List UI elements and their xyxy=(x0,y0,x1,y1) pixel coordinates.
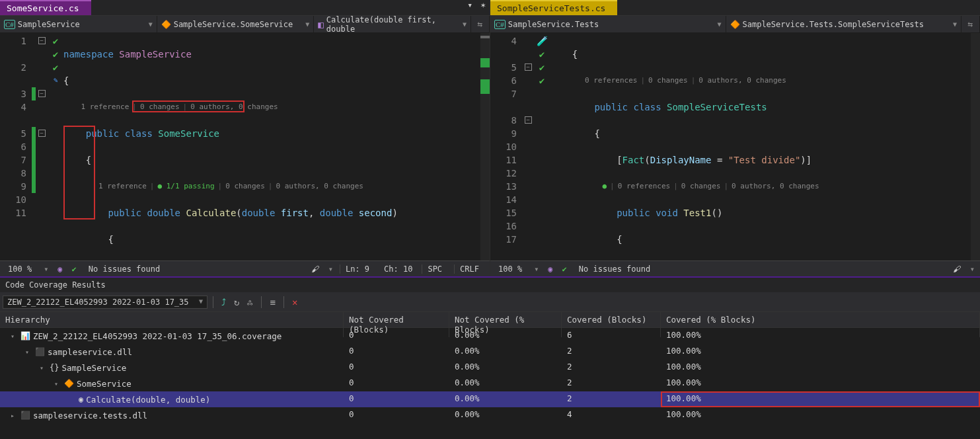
nav-type[interactable]: 🔶SampleService.Tests.SompleServiceTests▼ xyxy=(726,16,962,32)
node-label: SampleService xyxy=(61,363,126,373)
issues-status[interactable]: No issues found xyxy=(86,264,163,274)
node-icon: ⬛ xyxy=(35,347,45,356)
node-label: sampleservice.dll xyxy=(48,347,132,357)
brush-icon[interactable]: 🖌 xyxy=(309,264,322,274)
fold-toggle[interactable]: − xyxy=(525,63,532,71)
refresh-icon[interactable]: ↻ xyxy=(231,296,242,309)
fold-toggle[interactable]: − xyxy=(38,37,46,44)
coverage-row[interactable]: ▸⬛ sampleservice.tests.dll00.00%4100.00% xyxy=(0,407,980,423)
coverage-cell: 0.00% xyxy=(449,328,562,344)
fold-gutter: − − − xyxy=(36,33,48,260)
merge-icon[interactable]: ஃ xyxy=(245,295,256,309)
node-label: sampleservice.tests.dll xyxy=(33,411,147,420)
issues-status[interactable]: No issues found xyxy=(576,264,653,274)
expand-toggle[interactable]: ▾ xyxy=(25,348,32,356)
zoom-level[interactable]: 100 % xyxy=(5,264,34,274)
fold-toggle[interactable]: − xyxy=(525,116,532,124)
check-icon: ✔ xyxy=(534,48,550,61)
cursor-col[interactable]: Ch: 10 xyxy=(381,264,415,274)
swap-icon: ⇆ xyxy=(968,19,973,29)
ab-icon[interactable]: ◉ xyxy=(548,264,552,274)
node-label: Calculate(double, double) xyxy=(86,395,210,405)
coverage-cell: 100.00% xyxy=(661,328,980,344)
nav-member[interactable]: ◧Calculate(double first, double▼ xyxy=(314,16,471,32)
expand-toggle[interactable]: ▸ xyxy=(11,412,18,419)
nav-scope[interactable]: C#SampleService▼ xyxy=(0,16,157,32)
node-icon: 🔶 xyxy=(64,379,74,388)
gear-icon[interactable]: ✶ xyxy=(476,0,490,15)
brush-icon[interactable]: 🖌 xyxy=(950,264,963,274)
node-icon: ◉ xyxy=(79,395,83,404)
nav-type[interactable]: 🔶SampleService.SomeService▼ xyxy=(157,16,315,32)
coverage-cell: 0 xyxy=(344,376,449,391)
swap-icon: ⇆ xyxy=(478,19,483,29)
indent-mode[interactable]: SPC xyxy=(422,264,447,274)
pin-icon[interactable]: ▾ xyxy=(463,0,476,15)
coverage-cell: 0.00% xyxy=(449,360,562,376)
coverage-cell: 0.00% xyxy=(449,344,562,360)
coverage-cell: 6 xyxy=(562,328,661,344)
coverage-cell: 2 xyxy=(562,360,661,376)
class-icon: 🔶 xyxy=(730,20,740,29)
fold-toggle[interactable]: − xyxy=(38,130,46,137)
line-numbers: 1 2 34 567891011 xyxy=(0,33,32,260)
fold-gutter: − − xyxy=(522,33,534,260)
eol-mode[interactable]: CRLF xyxy=(454,264,484,274)
export-icon[interactable]: ⤴ xyxy=(219,296,229,309)
tab-someservice[interactable]: SomeService.cs xyxy=(0,0,91,15)
node-icon: ⬛ xyxy=(20,411,30,420)
swap-button[interactable]: ⇆ xyxy=(471,16,490,32)
coverage-cell: 0.00% xyxy=(449,407,562,423)
coverage-row[interactable]: ▾🔶 SomeService00.00%2100.00% xyxy=(0,376,980,391)
tab-bar-right: SompleServiceTests.cs xyxy=(490,0,980,16)
code-content[interactable]: { 0 references|0 changes|0 authors, 0 ch… xyxy=(550,33,971,260)
scroll-overview[interactable] xyxy=(971,33,980,260)
coverage-cell: 2 xyxy=(562,344,661,360)
chevron-down-icon[interactable]: ▾ xyxy=(41,264,51,274)
code-content[interactable]: namespace SampleService { 1 reference|0 … xyxy=(63,33,480,260)
coverage-row[interactable]: ◉ Calculate(double, double)00.00%2100.00… xyxy=(0,391,980,407)
coverage-cell: 4 xyxy=(562,407,661,423)
code-editor-left[interactable]: 1 2 34 567891011 − − − ✔ ✔ ✔ ✎ namespace… xyxy=(0,33,490,260)
node-icon: 📊 xyxy=(20,331,30,340)
check-icon: ✔ xyxy=(48,34,63,48)
status-bar-left: 100 % ▾ ◉ ✔ No issues found 🖌▾ Ln: 9 Ch:… xyxy=(0,260,490,276)
swap-button[interactable]: ⇆ xyxy=(961,16,980,32)
expand-toggle[interactable]: ▾ xyxy=(54,380,61,387)
chevron-down-icon: ▼ xyxy=(149,20,153,28)
chevron-down-icon: ▼ xyxy=(199,298,203,307)
zoom-level[interactable]: 100 % xyxy=(496,264,525,274)
line-numbers: 4 567 891011121314151617 xyxy=(490,33,522,260)
tab-tests[interactable]: SompleServiceTests.cs xyxy=(490,0,617,15)
scroll-overview[interactable] xyxy=(480,33,490,260)
coverage-grid[interactable]: Hierarchy Not Covered (Blocks) Not Cover… xyxy=(0,312,980,439)
csharp-icon: C# xyxy=(4,20,15,29)
coverage-cell: 100.00% xyxy=(661,391,980,407)
nav-scope[interactable]: C#SampleService.Tests▼ xyxy=(490,16,726,32)
coverage-row[interactable]: ▾{} SampleService00.00%2100.00% xyxy=(0,360,980,376)
check-icon: ✔ xyxy=(560,264,570,274)
node-icon: {} xyxy=(50,363,59,372)
chevron-down-icon[interactable]: ▾ xyxy=(531,264,541,274)
tab-label: SompleServiceTests.cs xyxy=(497,3,605,13)
chevron-down-icon: ▼ xyxy=(953,20,957,28)
coverage-row[interactable]: ▾📊 ZEW_2_22122_EL4052993 2022-01-03 17_3… xyxy=(0,328,980,344)
node-label: ZEW_2_22122_EL4052993 2022-01-03 17_35_0… xyxy=(33,331,282,341)
coverage-cell: 0 xyxy=(344,344,449,360)
cursor-line[interactable]: Ln: 9 xyxy=(340,264,375,274)
ab-icon[interactable]: ◉ xyxy=(57,264,62,274)
code-editor-right[interactable]: 4 567 891011121314151617 − − 🧪 ✔ ✔ ✔ { 0… xyxy=(490,33,980,260)
nav-breadcrumb-left: C#SampleService▼ 🔶SampleService.SomeServ… xyxy=(0,16,490,33)
delete-icon[interactable]: ✕ xyxy=(289,296,300,309)
code-coverage-panel: Code Coverage Results ZEW_2_22122_EL4052… xyxy=(0,278,980,439)
grid-header: Hierarchy Not Covered (Blocks) Not Cover… xyxy=(0,312,980,328)
fold-toggle[interactable]: − xyxy=(38,90,46,97)
coverage-row[interactable]: ▾⬛ sampleservice.dll00.00%2100.00% xyxy=(0,344,980,360)
coverage-session-dropdown[interactable]: ZEW_2_22122_EL4052993 2022-01-03 17_35▼ xyxy=(3,296,207,309)
expand-toggle[interactable]: ▾ xyxy=(11,333,18,340)
coverage-cell: 100.00% xyxy=(661,344,980,360)
tab-label: SomeService.cs xyxy=(7,3,79,13)
expand-toggle[interactable]: ▾ xyxy=(40,364,47,372)
highlight-icon[interactable]: ≡ xyxy=(267,296,278,309)
status-bar-right: 100 % ▾ ◉ ✔ No issues found 🖌▾ xyxy=(490,260,980,276)
